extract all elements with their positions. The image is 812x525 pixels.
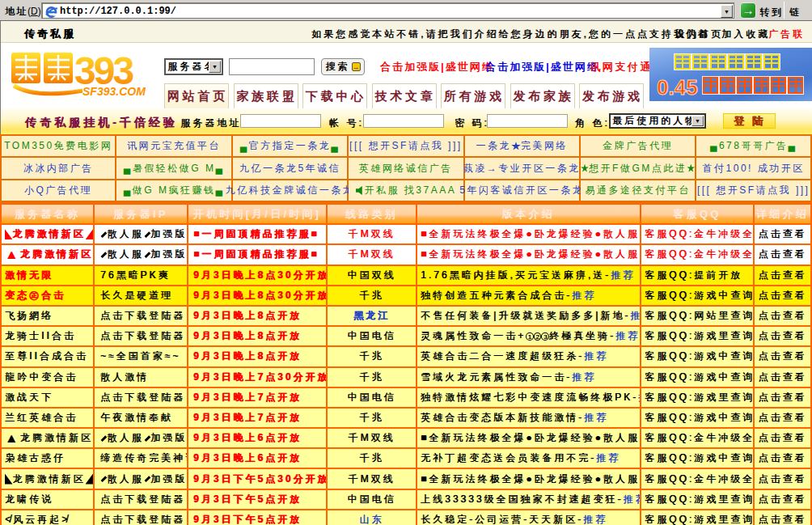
svg-text:SF393.COM: SF393.COM xyxy=(82,85,146,98)
